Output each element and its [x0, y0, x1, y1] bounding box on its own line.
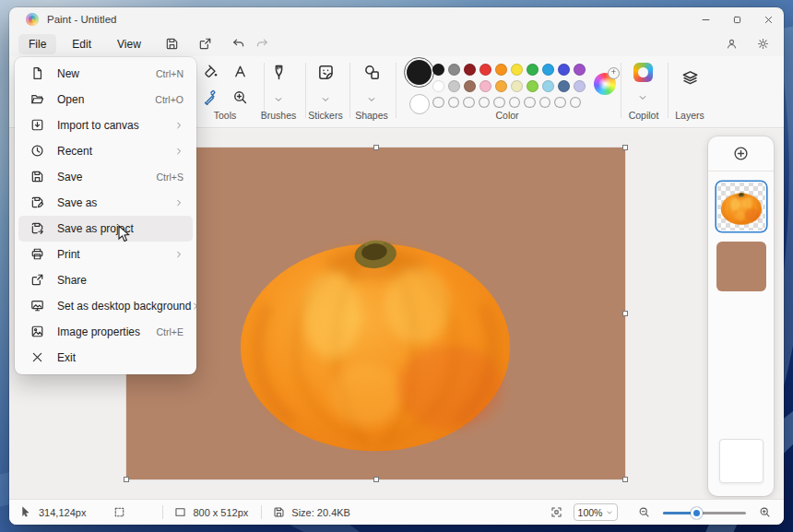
file-menu-item-save-as-project[interactable]: Save as project: [18, 216, 193, 242]
file-menu-item-save[interactable]: SaveCtrl+S: [18, 164, 193, 190]
zoom-slider[interactable]: [663, 506, 746, 519]
zoom-in-icon[interactable]: [759, 506, 771, 518]
palette-color-row2-5[interactable]: [511, 80, 523, 92]
palette-color-row2-1[interactable]: [448, 80, 460, 92]
selection-handle[interactable]: [622, 477, 628, 482]
file-menu-item-import-to-canvas[interactable]: Import to canvas: [18, 112, 193, 138]
save-button[interactable]: [160, 34, 184, 54]
palette-color-row1-8[interactable]: [558, 64, 570, 76]
color-group-label: Color: [470, 110, 544, 121]
canvas[interactable]: [126, 148, 625, 479]
share-button[interactable]: [194, 34, 218, 54]
brushes-icon[interactable]: [268, 64, 289, 81]
background-layer-thumbnail[interactable]: [719, 439, 763, 483]
palette-empty-slot-8[interactable]: [554, 97, 566, 109]
shapes-chevron-down-icon[interactable]: [367, 91, 376, 108]
palette-color-row1-6[interactable]: [527, 64, 539, 76]
file-menu-item-print[interactable]: Print: [18, 242, 193, 267]
zoom-slider-thumb[interactable]: [691, 507, 703, 519]
palette-empty-slot-9[interactable]: [570, 97, 582, 109]
palette-empty-slot-5[interactable]: [509, 97, 521, 109]
file-menu-item-label: Exit: [57, 351, 183, 364]
layers-group-label: Layers: [664, 110, 716, 121]
file-menu-item-open[interactable]: OpenCtrl+O: [18, 87, 193, 112]
zoom-level-dropdown[interactable]: 100%: [574, 503, 618, 521]
file-menu-item-label: Set as desktop background: [57, 300, 191, 313]
file-menu-item-recent[interactable]: Recent: [18, 138, 193, 164]
palette-empty-slot-6[interactable]: [524, 97, 536, 109]
file-menu-item-exit[interactable]: Exit: [18, 345, 193, 371]
palette-color-row2-0[interactable]: [432, 80, 444, 92]
foreground-color-swatch[interactable]: [407, 60, 432, 85]
account-icon[interactable]: [719, 34, 743, 54]
palette-empty-slot-4[interactable]: [493, 97, 505, 109]
palette-color-row1-3[interactable]: [479, 64, 491, 76]
layer-thumbnail-1[interactable]: [716, 182, 766, 231]
file-menu-item-label: Print: [57, 248, 174, 261]
palette-color-row2-8[interactable]: [558, 80, 570, 92]
undo-button[interactable]: [227, 34, 251, 54]
background-color-swatch[interactable]: [409, 94, 430, 114]
palette-empty-slot-0[interactable]: [432, 97, 444, 109]
layers-icon[interactable]: [679, 69, 701, 87]
palette-color-row1-4[interactable]: [495, 64, 507, 76]
palette-empty-slot-7[interactable]: [539, 97, 551, 109]
add-layer-button[interactable]: [708, 136, 774, 171]
selection-handle[interactable]: [373, 145, 379, 150]
menu-file[interactable]: File: [18, 34, 56, 54]
settings-icon[interactable]: [751, 34, 775, 54]
palette-color-row1-7[interactable]: [542, 64, 554, 76]
selection-handle[interactable]: [124, 477, 129, 482]
fit-to-screen-icon[interactable]: [550, 506, 562, 518]
palette-color-row2-7[interactable]: [542, 80, 554, 92]
selection-handle[interactable]: [622, 311, 628, 316]
save-icon: [30, 170, 45, 184]
palette-color-row1-5[interactable]: [511, 64, 523, 76]
file-size-icon: [273, 506, 285, 518]
minimize-button[interactable]: [690, 7, 721, 31]
new-icon: [30, 66, 45, 81]
palette-empty-slot-2[interactable]: [463, 97, 475, 109]
close-button[interactable]: [752, 7, 784, 31]
file-menu-item-share[interactable]: Share: [18, 267, 193, 293]
palette-color-row1-0[interactable]: [432, 64, 444, 76]
palette-color-row2-4[interactable]: [495, 80, 507, 92]
edit-colors-wheel-icon[interactable]: [594, 73, 616, 95]
menu-edit[interactable]: Edit: [62, 34, 101, 54]
palette-color-row1-1[interactable]: [448, 64, 460, 76]
tools-group-label: Tools: [190, 110, 260, 121]
palette-color-row2-9[interactable]: [574, 80, 586, 92]
selection-handle[interactable]: [622, 145, 628, 150]
palette-empty-slot-1[interactable]: [448, 97, 460, 109]
magnifier-tool-icon[interactable]: [229, 86, 251, 108]
copilot-chevron-down-icon[interactable]: [638, 89, 647, 106]
selection-handle[interactable]: [373, 477, 379, 482]
palette-color-row1-2[interactable]: [464, 64, 476, 76]
selection-size-icon: [113, 506, 125, 518]
zoom-out-icon[interactable]: [638, 506, 650, 518]
copilot-icon[interactable]: [633, 63, 653, 82]
file-menu-item-shortcut: Ctrl+N: [156, 68, 183, 79]
file-menu-item-image-properties[interactable]: Image propertiesCtrl+E: [18, 319, 193, 345]
file-menu-item-set-as-desktop-background[interactable]: Set as desktop background: [18, 293, 193, 319]
maximize-button[interactable]: [721, 7, 752, 31]
palette-color-row2-6[interactable]: [527, 80, 539, 92]
shapes-icon[interactable]: [361, 64, 382, 81]
brushes-chevron-down-icon[interactable]: [274, 91, 283, 108]
eyedropper-tool-icon[interactable]: [199, 86, 221, 108]
layer-thumbnail-2[interactable]: [716, 242, 766, 291]
file-menu: NewCtrl+NOpenCtrl+OImport to canvasRecen…: [15, 57, 196, 374]
redo-button[interactable]: [251, 34, 275, 54]
stickers-chevron-down-icon[interactable]: [321, 91, 330, 108]
recent-icon: [30, 144, 45, 159]
text-tool-icon[interactable]: [229, 60, 251, 82]
fill-tool-icon[interactable]: [199, 60, 221, 82]
menu-view[interactable]: View: [107, 34, 151, 54]
stickers-icon[interactable]: [315, 64, 336, 81]
palette-empty-slot-3[interactable]: [479, 97, 491, 109]
palette-color-row2-2[interactable]: [464, 80, 476, 92]
palette-color-row2-3[interactable]: [479, 80, 491, 92]
file-menu-item-save-as[interactable]: Save as: [18, 190, 193, 216]
palette-color-row1-9[interactable]: [574, 64, 586, 76]
file-menu-item-new[interactable]: NewCtrl+N: [18, 61, 193, 87]
